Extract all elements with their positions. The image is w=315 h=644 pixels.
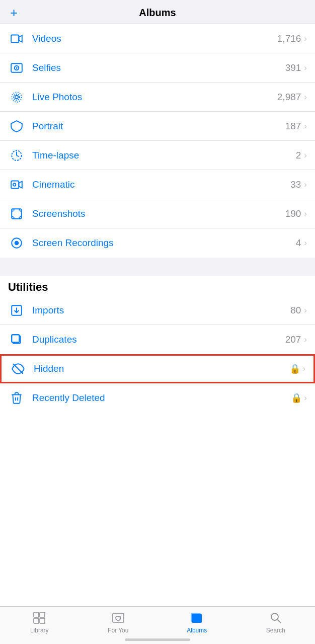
svg-point-16 — [15, 241, 19, 246]
time-lapse-icon — [8, 149, 25, 162]
media-types-section: Videos 1,716 › Selfies 391 › Live Photos — [0, 24, 315, 258]
videos-label: Videos — [32, 33, 277, 44]
chevron-icon: › — [304, 305, 307, 315]
list-item-selfies[interactable]: Selfies 391 › — [0, 53, 315, 83]
list-item-portrait[interactable]: Portrait 187 › — [0, 112, 315, 141]
tab-search[interactable]: Search — [237, 611, 316, 634]
tab-for-you[interactable]: For You — [79, 611, 158, 634]
page-title: Albums — [139, 7, 176, 19]
svg-rect-28 — [34, 618, 39, 623]
trash-icon — [8, 391, 25, 405]
svg-rect-0 — [11, 35, 19, 42]
import-icon — [8, 304, 25, 317]
add-button[interactable]: + — [10, 5, 18, 21]
chevron-icon: › — [304, 34, 307, 44]
search-tab-label: Search — [266, 627, 285, 634]
chevron-icon: › — [304, 121, 307, 131]
list-item-screenshots[interactable]: Screenshots 190 › — [0, 199, 315, 228]
header: + Albums — [0, 0, 315, 24]
for-you-tab-icon — [111, 611, 125, 625]
screen-recordings-count: 4 — [296, 237, 301, 249]
chevron-icon: › — [304, 393, 307, 403]
live-photos-label: Live Photos — [32, 92, 277, 103]
svg-point-4 — [16, 67, 17, 68]
selfie-icon — [8, 61, 25, 74]
duplicates-count: 207 — [285, 334, 301, 345]
list-item-screen-recordings[interactable]: Screen Recordings 4 › — [0, 228, 315, 258]
cinematic-label: Cinematic — [32, 179, 290, 190]
list-item-cinematic[interactable]: Cinematic 33 › — [0, 170, 315, 199]
list-item-time-lapse[interactable]: Time-lapse 2 › — [0, 141, 315, 170]
svg-point-33 — [271, 613, 278, 620]
svg-point-5 — [15, 95, 19, 99]
portrait-label: Portrait — [32, 121, 285, 132]
hidden-label: Hidden — [34, 363, 289, 374]
chevron-icon: › — [302, 364, 305, 374]
chevron-icon: › — [304, 209, 307, 219]
library-tab-icon — [32, 611, 46, 625]
svg-rect-14 — [12, 209, 22, 219]
utilities-title: Utilities — [8, 281, 48, 293]
screen-recordings-label: Screen Recordings — [32, 237, 296, 249]
search-tab-icon — [269, 611, 283, 625]
tab-library[interactable]: Library — [0, 611, 79, 634]
duplicate-icon — [8, 333, 25, 346]
chevron-icon: › — [304, 150, 307, 160]
cinematic-icon — [8, 178, 25, 191]
list-item-recently-deleted[interactable]: Recently Deleted 🔒 › — [0, 383, 315, 413]
chevron-icon: › — [304, 180, 307, 190]
live-photos-count: 2,987 — [277, 92, 301, 103]
for-you-tab-label: For You — [108, 627, 128, 634]
chevron-icon: › — [304, 63, 307, 73]
svg-rect-32 — [191, 613, 201, 622]
chevron-icon: › — [304, 335, 307, 345]
screenshots-label: Screenshots — [32, 208, 285, 219]
screenshot-icon — [8, 207, 25, 220]
lock-icon-deleted: 🔒 — [291, 392, 302, 404]
chevron-icon: › — [304, 238, 307, 248]
live-photos-icon — [8, 91, 25, 104]
svg-point-13 — [13, 183, 16, 186]
library-tab-label: Library — [30, 627, 49, 634]
time-lapse-label: Time-lapse — [32, 150, 296, 161]
list-item-live-photos[interactable]: Live Photos 2,987 › — [0, 83, 315, 112]
chevron-icon: › — [304, 92, 307, 102]
svg-rect-29 — [40, 618, 45, 623]
list-item-imports[interactable]: Imports 80 › — [0, 296, 315, 325]
duplicates-label: Duplicates — [32, 334, 285, 345]
imports-count: 80 — [290, 305, 301, 316]
list-item-duplicates[interactable]: Duplicates 207 › — [0, 325, 315, 354]
svg-line-10 — [17, 155, 19, 156]
time-lapse-count: 2 — [296, 150, 301, 161]
screen-recording-icon — [8, 236, 25, 250]
portrait-icon — [8, 120, 25, 133]
section-gap — [0, 258, 315, 276]
list-item-hidden[interactable]: Hidden 🔒 › — [0, 354, 315, 383]
videos-count: 1,716 — [277, 33, 301, 44]
video-icon — [8, 32, 25, 45]
imports-label: Imports — [32, 305, 290, 316]
selfies-count: 391 — [285, 62, 301, 73]
home-indicator — [125, 638, 190, 641]
cinematic-count: 33 — [290, 179, 301, 190]
svg-marker-12 — [19, 181, 22, 188]
svg-rect-27 — [40, 612, 45, 617]
albums-tab-label: Albums — [187, 627, 207, 634]
portrait-count: 187 — [285, 121, 301, 132]
lock-icon-hidden: 🔒 — [289, 363, 300, 374]
albums-tab-icon — [190, 611, 204, 625]
svg-marker-1 — [19, 35, 22, 42]
svg-rect-20 — [12, 335, 19, 342]
list-item-videos[interactable]: Videos 1,716 › — [0, 24, 315, 53]
svg-line-34 — [277, 620, 281, 623]
tab-albums[interactable]: Albums — [158, 611, 237, 634]
hidden-icon — [10, 362, 27, 375]
utilities-header: Utilities — [0, 276, 315, 296]
utilities-section: Utilities Imports 80 › — [0, 276, 315, 413]
recently-deleted-label: Recently Deleted — [32, 392, 291, 404]
svg-rect-11 — [11, 181, 19, 188]
selfies-label: Selfies — [32, 62, 285, 73]
svg-rect-26 — [34, 612, 39, 617]
content-area: Videos 1,716 › Selfies 391 › Live Photos — [0, 24, 315, 473]
screenshots-count: 190 — [285, 208, 301, 219]
